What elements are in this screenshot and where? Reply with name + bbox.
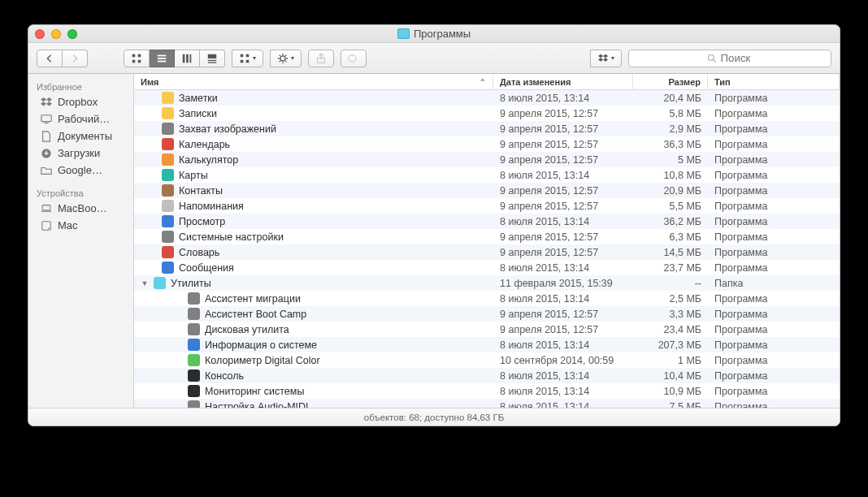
row-date: 8 июля 2015, 13:14 <box>493 93 633 104</box>
row-size: 1 МБ <box>633 355 708 366</box>
table-row[interactable]: Просмотр8 июля 2015, 13:1436,2 МБПрограм… <box>134 214 840 229</box>
navigation-buttons <box>37 50 88 67</box>
table-row[interactable]: Системные настройки9 апреля 2015, 12:576… <box>134 229 840 244</box>
folder-icon <box>40 165 53 176</box>
app-icon <box>162 215 174 227</box>
status-bar: объектов: 68; доступно 84,63 ГБ <box>28 408 840 426</box>
table-row[interactable]: Дисковая утилита9 апреля 2015, 12:5723,4… <box>134 322 840 337</box>
sidebar-item[interactable]: Загрузки <box>28 145 133 162</box>
table-row[interactable]: Мониторинг системы8 июля 2015, 13:1410,9… <box>134 383 840 399</box>
row-kind: Программа <box>708 170 840 181</box>
row-size: 2,5 МБ <box>633 293 708 305</box>
row-size: 207,3 МБ <box>633 339 708 351</box>
icon-view-button[interactable] <box>124 50 150 67</box>
dropbox-toolbar-button[interactable]: ▾ <box>590 50 622 67</box>
applications-folder-icon <box>397 28 410 39</box>
column-header-kind[interactable]: Тип <box>708 74 840 89</box>
view-mode-buttons <box>124 50 225 67</box>
list-view-button[interactable] <box>150 50 175 67</box>
row-name: Записки <box>179 108 217 119</box>
sidebar: ИзбранноеDropboxРабочий…ДокументыЗагрузк… <box>28 74 134 408</box>
row-date: 8 июля 2015, 13:14 <box>493 401 633 408</box>
table-row[interactable]: Сообщения8 июля 2015, 13:1423,7 МБПрогра… <box>134 260 840 275</box>
table-row[interactable]: ▼Утилиты11 февраля 2015, 15:39--Папка <box>134 275 840 291</box>
column-headers: Имя ⌃ Дата изменения Размер Тип <box>134 74 840 90</box>
table-row[interactable]: Словарь9 апреля 2015, 12:5714,5 МБПрогра… <box>134 244 840 260</box>
row-date: 9 апреля 2015, 12:57 <box>493 201 633 212</box>
forward-button[interactable] <box>63 50 88 67</box>
row-size: 20,4 МБ <box>633 93 708 104</box>
app-icon <box>162 169 174 181</box>
table-row[interactable]: Захват изображений9 апреля 2015, 12:572,… <box>134 121 840 136</box>
row-name: Заметки <box>179 93 218 104</box>
sidebar-item[interactable]: MacBoo… <box>28 200 133 217</box>
row-size: 14,5 МБ <box>633 247 708 258</box>
table-row[interactable]: Консоль8 июля 2015, 13:1410,4 МБПрограмм… <box>134 368 840 383</box>
coverflow-view-button[interactable] <box>200 50 225 67</box>
sidebar-item[interactable]: Google… <box>28 162 133 179</box>
app-icon <box>162 153 174 166</box>
row-name: Утилиты <box>171 278 211 289</box>
row-kind: Программа <box>708 386 840 397</box>
table-row[interactable]: Колориметр Digital Color10 сентября 2014… <box>134 352 840 368</box>
window-title: Программы <box>414 28 471 40</box>
table-row[interactable]: Ассистент Boot Camp9 апреля 2015, 12:573… <box>134 306 840 322</box>
sidebar-item[interactable]: Dropbox <box>28 93 133 110</box>
column-view-button[interactable] <box>175 50 200 67</box>
column-header-name[interactable]: Имя ⌃ <box>134 74 493 89</box>
row-date: 9 апреля 2015, 12:57 <box>493 123 633 135</box>
sidebar-item-label: Рабочий… <box>58 113 110 125</box>
app-icon <box>162 138 174 150</box>
search-field[interactable] <box>628 50 831 67</box>
search-icon <box>707 54 717 63</box>
app-icon <box>154 277 166 289</box>
row-size: 2,9 МБ <box>633 123 708 135</box>
toolbar: ▾ ▾ ▾ <box>28 43 840 74</box>
tags-button[interactable] <box>341 50 367 67</box>
app-icon <box>188 339 200 351</box>
disclosure-triangle-icon[interactable]: ▼ <box>141 279 149 287</box>
table-row[interactable]: Напоминания9 апреля 2015, 12:575,5 МБПро… <box>134 198 840 214</box>
svg-rect-7 <box>183 54 185 63</box>
table-row[interactable]: Информация о системе8 июля 2015, 13:1420… <box>134 337 840 352</box>
row-kind: Программа <box>708 139 840 150</box>
column-header-size[interactable]: Размер <box>633 74 708 89</box>
table-row[interactable]: Калькулятор9 апреля 2015, 12:575 МБПрогр… <box>134 152 840 167</box>
action-button[interactable]: ▾ <box>270 50 302 67</box>
svg-point-20 <box>708 54 714 60</box>
table-row[interactable]: Контакты9 апреля 2015, 12:5720,9 МБПрогр… <box>134 183 840 198</box>
search-input[interactable] <box>721 52 753 64</box>
table-row[interactable]: Заметки8 июля 2015, 13:1420,4 МБПрограмм… <box>134 90 840 106</box>
chevron-down-icon: ▾ <box>611 54 614 62</box>
row-name: Контакты <box>179 185 223 197</box>
table-row[interactable]: Карты8 июля 2015, 13:1410,8 МБПрограмма <box>134 167 840 183</box>
row-kind: Программа <box>708 309 840 320</box>
laptop-icon <box>40 203 53 214</box>
sidebar-item-label: Документы <box>58 130 112 142</box>
desktop-icon <box>40 114 53 125</box>
svg-rect-26 <box>41 210 51 211</box>
app-icon <box>188 292 200 305</box>
table-row[interactable]: Ассистент миграции8 июля 2015, 13:142,5 … <box>134 291 840 306</box>
svg-rect-2 <box>132 59 136 63</box>
share-button[interactable] <box>308 50 334 67</box>
chevron-down-icon: ▾ <box>291 54 294 62</box>
sidebar-item[interactable]: Mac <box>28 217 133 234</box>
column-header-date[interactable]: Дата изменения <box>493 74 633 89</box>
sidebar-item[interactable]: Рабочий… <box>28 110 133 127</box>
row-date: 8 июля 2015, 13:14 <box>493 262 633 274</box>
svg-rect-14 <box>246 54 250 57</box>
row-size: 36,2 МБ <box>633 216 708 227</box>
row-kind: Программа <box>708 293 840 305</box>
arrange-button[interactable]: ▾ <box>232 50 263 67</box>
row-date: 9 апреля 2015, 12:57 <box>493 231 633 243</box>
table-row[interactable]: Настройка Audio-MIDI8 июля 2015, 13:147,… <box>134 399 840 408</box>
row-kind: Программа <box>708 216 840 227</box>
app-icon <box>162 123 174 135</box>
row-date: 8 июля 2015, 13:14 <box>493 386 633 397</box>
table-row[interactable]: Календарь9 апреля 2015, 12:5736,3 МБПрог… <box>134 136 840 152</box>
table-row[interactable]: Записки9 апреля 2015, 12:575,8 МБПрограм… <box>134 106 840 121</box>
status-text: объектов: 68; доступно 84,63 ГБ <box>364 413 504 422</box>
back-button[interactable] <box>37 50 63 67</box>
sidebar-item[interactable]: Документы <box>28 127 133 145</box>
